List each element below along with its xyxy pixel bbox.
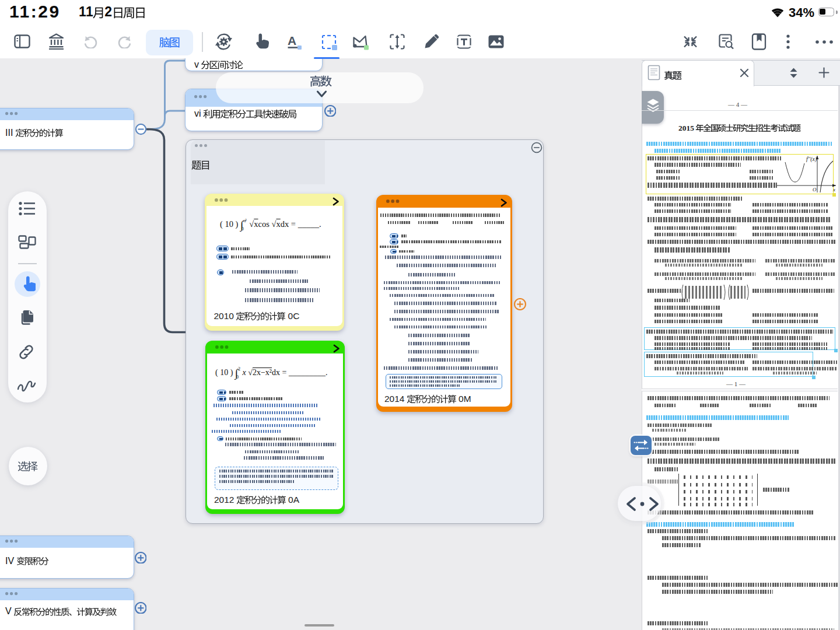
svg-text:x: x (832, 187, 835, 192)
svg-text:A: A (288, 34, 296, 47)
svg-text:f′′(x): f′′(x) (806, 156, 817, 163)
svg-text:O: O (813, 187, 817, 192)
